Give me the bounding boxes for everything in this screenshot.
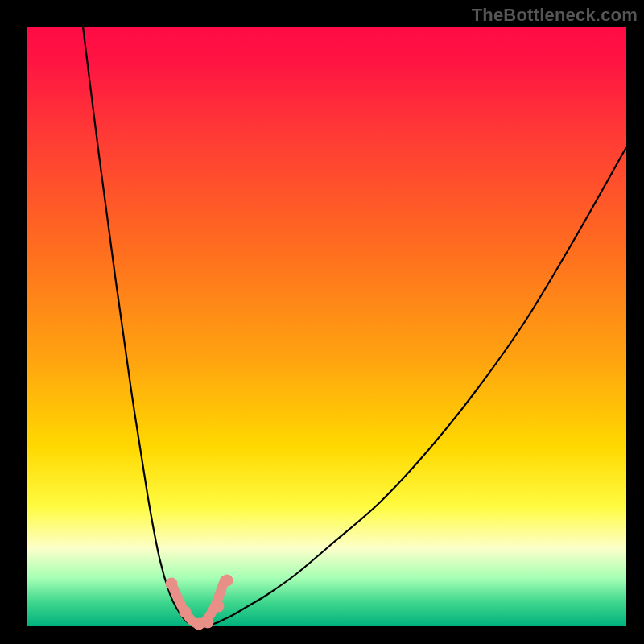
trough-dot: [180, 606, 192, 618]
trough-dot: [221, 575, 233, 587]
curve-svg: [27, 27, 626, 626]
right-curve: [210, 147, 626, 625]
left-curve: [83, 27, 192, 624]
watermark-text: TheBottleneck.com: [472, 5, 638, 26]
trough-dot: [202, 617, 214, 629]
trough-dot: [166, 578, 178, 590]
plot-area: [27, 27, 626, 626]
chart-frame: TheBottleneck.com: [0, 0, 644, 644]
trough-dot: [213, 601, 225, 613]
